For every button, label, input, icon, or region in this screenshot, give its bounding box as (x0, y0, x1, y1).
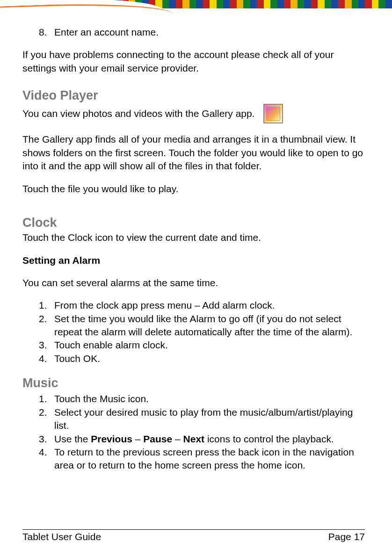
list-item: 3. Use the Previous – Pause – Next icons… (22, 433, 365, 446)
section-heading-video: Video Player (22, 87, 365, 104)
step-text: Set the time you would like the Alarm to… (54, 312, 365, 339)
paragraph: Touch the file you would like to play. (22, 182, 365, 195)
paragraph: You can view photos and videos with the … (22, 107, 255, 120)
footer-title: Tablet User Guide (22, 531, 101, 542)
step-number: 1. (22, 299, 54, 312)
paragraph: The Gallery app finds all of your media … (22, 133, 365, 173)
step-number: 1. (22, 392, 54, 405)
list-item: 1. From the clock app press menu – Add a… (22, 299, 365, 312)
step-8: 8. Enter an account name. (22, 26, 365, 39)
step-text: From the clock app press menu – Add alar… (54, 299, 365, 312)
music-steps: 1. Touch the Music icon. 2. Select your … (22, 392, 365, 472)
step-text: Select your desired music to play from t… (54, 406, 365, 433)
list-item: 4. Touch OK. (22, 352, 365, 365)
step-number: 3. (22, 339, 54, 352)
section-heading-music: Music (22, 375, 365, 391)
gallery-icon (263, 104, 283, 123)
step-text: Use the Previous – Pause – Next icons to… (54, 433, 365, 446)
step-text: Touch enable alarm clock. (54, 339, 365, 352)
list-item: 1. Touch the Music icon. (22, 392, 365, 405)
step-number: 2. (22, 312, 54, 339)
section-heading-clock: Clock (22, 214, 365, 231)
sub-heading-alarm: Setting an Alarm (22, 254, 365, 267)
video-intro-row: You can view photos and videos with the … (22, 104, 365, 123)
paragraph: If you have problems connecting to the a… (22, 48, 365, 75)
step-text: Enter an account name. (54, 26, 365, 39)
step-number: 8. (22, 26, 54, 39)
step-text: Touch the Music icon. (54, 392, 365, 405)
paragraph: Touch the Clock icon to view the current… (22, 231, 365, 244)
footer-page: Page 17 (328, 531, 365, 542)
list-item: 4. To return to the previous screen pres… (22, 446, 365, 472)
step-number: 4. (22, 352, 54, 365)
list-item: 2. Select your desired music to play fro… (22, 406, 365, 433)
step-number: 4. (22, 446, 54, 472)
page-footer: Tablet User Guide Page 17 (22, 529, 365, 542)
clock-steps: 1. From the clock app press menu – Add a… (22, 299, 365, 365)
list-item: 3. Touch enable alarm clock. (22, 339, 365, 352)
step-text: Touch OK. (54, 352, 365, 365)
step-text: To return to the previous screen press t… (54, 446, 365, 472)
list-item: 2. Set the time you would like the Alarm… (22, 312, 365, 339)
page-content: 8. Enter an account name. If you have pr… (22, 26, 365, 472)
step-number: 2. (22, 406, 54, 433)
step-number: 3. (22, 433, 54, 446)
paragraph: You can set several alarms at the same t… (22, 276, 365, 289)
